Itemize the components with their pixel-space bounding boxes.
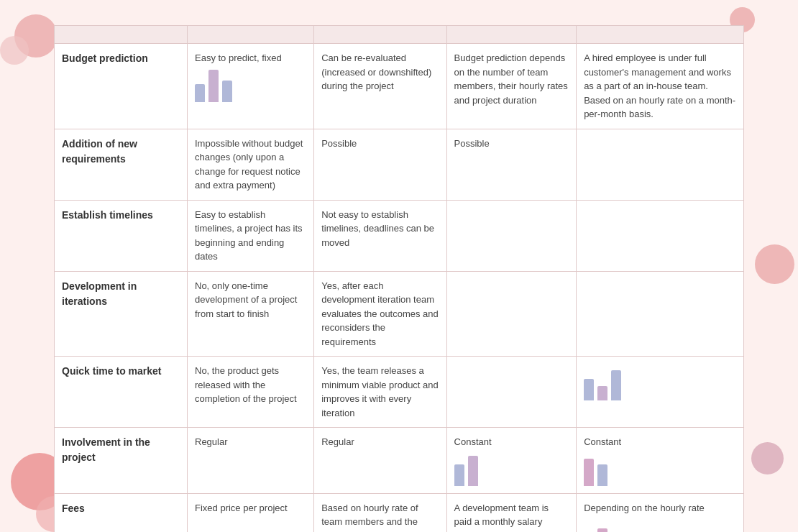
header-dedicated-team xyxy=(446,26,577,44)
bar-chart-outstaffing xyxy=(584,368,736,400)
cell-outstaffing: Constant xyxy=(577,428,744,494)
cell-dedicated: Constant xyxy=(446,428,577,494)
bar-chart-outstaffing3 xyxy=(584,519,736,532)
bar-element xyxy=(208,70,219,102)
table-row: Budget predictionEasy to predict, fixedC… xyxy=(55,44,744,129)
header-outstaffing xyxy=(577,26,744,44)
bar-element xyxy=(611,370,621,400)
cell-feature: Budget prediction xyxy=(55,44,188,129)
cell-dedicated: A development team is paid a monthly sal… xyxy=(446,493,577,532)
deco-circle-top-left2 xyxy=(0,36,29,65)
cell-outstaffing xyxy=(577,357,744,428)
bar-element xyxy=(454,464,464,486)
cell-outstaffing: Depending on the hourly rate xyxy=(577,493,744,532)
cell-fixed: No, the product gets released with the c… xyxy=(188,357,314,428)
cell-tm: Yes, the team releases a minimum viable … xyxy=(314,357,446,428)
cell-feature: Development in iterations xyxy=(55,271,188,357)
cell-dedicated xyxy=(446,357,577,428)
bar-element xyxy=(597,528,607,532)
cell-outstaffing: A hired employee is under full customer'… xyxy=(577,44,744,129)
table-row: Involvement in the projectRegularRegular… xyxy=(55,428,744,494)
cell-tm: Yes, after each development iteration te… xyxy=(314,271,446,357)
cell-tm: Possible xyxy=(314,129,446,200)
cell-tm: Based on hourly rate of team members and… xyxy=(314,493,446,532)
cell-fixed: Regular xyxy=(188,428,314,494)
cell-dedicated xyxy=(446,271,577,357)
bar-chart-dedicated xyxy=(454,454,569,486)
cell-dedicated xyxy=(446,200,577,271)
table-row: Establish timelinesEasy to establish tim… xyxy=(55,200,744,271)
bar-element xyxy=(584,379,594,400)
comparison-table-container: Budget predictionEasy to predict, fixedC… xyxy=(54,25,744,507)
cell-fixed: Fixed price per project xyxy=(188,493,314,532)
cell-fixed: No, only one-time development of a proje… xyxy=(188,271,314,357)
table-header-row xyxy=(55,26,744,44)
cell-outstaffing xyxy=(577,200,744,271)
table-row: FeesFixed price per projectBased on hour… xyxy=(55,493,744,532)
cell-dedicated: Possible xyxy=(446,129,577,200)
header-fixed-price xyxy=(188,26,314,44)
bar-element xyxy=(584,459,594,486)
deco-circle-right-mid xyxy=(755,244,794,284)
header-time-materials xyxy=(314,26,446,44)
cell-feature: Involvement in the project xyxy=(55,428,188,494)
cell-tm: Not easy to establish timelines, deadlin… xyxy=(314,200,446,271)
cell-feature: Fees xyxy=(55,493,188,532)
deco-circle-bottom-right xyxy=(751,442,784,474)
cell-feature: Establish timelines xyxy=(55,200,188,271)
bar-element xyxy=(597,386,607,400)
cell-tm: Can be re-evaluated (increased or downsh… xyxy=(314,44,446,129)
cell-fixed: Easy to establish timelines, a project h… xyxy=(188,200,314,271)
bar-element xyxy=(597,464,607,486)
cell-fixed: Impossible without budget changes (only … xyxy=(188,129,314,200)
bar-chart-outstaffing2 xyxy=(584,454,736,486)
bar-element xyxy=(468,456,478,486)
cell-tm: Regular xyxy=(314,428,446,494)
table-row: Quick time to marketNo, the product gets… xyxy=(55,357,744,428)
header-features xyxy=(55,26,188,44)
table-row: Development in iterationsNo, only one-ti… xyxy=(55,271,744,357)
table-row: Addition of new requirementsImpossible w… xyxy=(55,129,744,200)
comparison-table: Budget predictionEasy to predict, fixedC… xyxy=(54,25,744,532)
cell-outstaffing xyxy=(577,129,744,200)
bar-element xyxy=(195,84,205,102)
cell-feature: Addition of new requirements xyxy=(55,129,188,200)
cell-fixed: Easy to predict, fixed xyxy=(188,44,314,129)
cell-outstaffing xyxy=(577,271,744,357)
cell-feature: Quick time to market xyxy=(55,357,188,428)
bar-element xyxy=(222,81,232,102)
bar-chart-fixed xyxy=(195,70,306,102)
cell-dedicated: Budget prediction depends on the number … xyxy=(446,44,577,129)
